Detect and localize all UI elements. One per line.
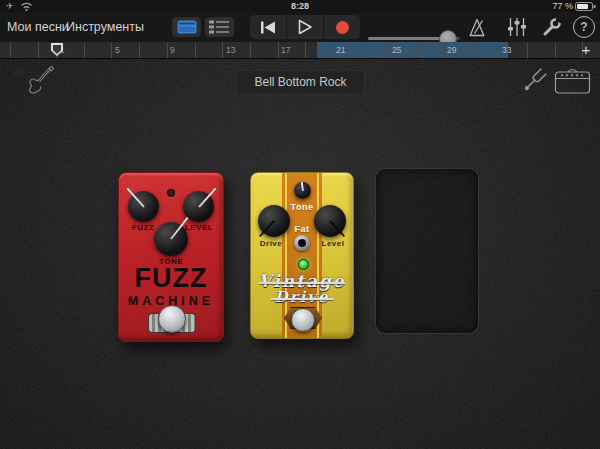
pedalboard-stage: Bell Bottom Rock (0, 59, 600, 449)
mixer-icon (506, 16, 528, 38)
vd-fat-label: Fat (251, 224, 353, 234)
play-button[interactable] (287, 15, 324, 39)
pedal-logo-line2: Drive (251, 288, 353, 306)
bar-number: 13 (226, 45, 235, 55)
bar-number: 29 (447, 45, 456, 55)
tracks-view-icon (209, 20, 230, 34)
guitar-icon (26, 64, 58, 100)
pedal-fuzz-machine[interactable]: FUZZ LEVEL TONE FUZZ MACHINE (118, 172, 224, 342)
record-icon (336, 21, 349, 34)
vd-drive-label: Drive (251, 239, 291, 248)
empty-pedal-slot[interactable] (375, 168, 479, 334)
tuning-fork-icon (521, 65, 549, 95)
amp-icon (554, 66, 591, 95)
fuzz-knob-label: FUZZ (121, 223, 165, 232)
rewind-icon (260, 21, 276, 34)
level-knob-label: LEVEL (177, 223, 221, 232)
rewind-button[interactable] (250, 15, 287, 39)
metronome-button[interactable] (466, 17, 488, 38)
tuner-button[interactable] (521, 65, 549, 95)
song-settings-button[interactable] (541, 16, 563, 38)
status-bar: ✈ 8:28 77 % (0, 0, 600, 12)
my-songs-button[interactable]: Мои песни (7, 20, 69, 34)
bar-number: 17 (281, 45, 290, 55)
fuzz-footswitch[interactable] (158, 305, 186, 333)
vd-footswitch[interactable] (291, 308, 315, 332)
tracks-view-button[interactable] (205, 17, 234, 37)
vd-tone-knob[interactable] (294, 182, 311, 199)
battery-icon (575, 2, 596, 11)
clock: 8:28 (0, 1, 600, 11)
bar-ruler[interactable]: 1 5 9 13 17 21 25 29 33 + (0, 42, 600, 59)
instruments-button[interactable]: Инструменты (66, 20, 144, 34)
bar-number: 5 (115, 45, 120, 55)
wrench-icon (541, 16, 563, 38)
vd-power-led (298, 259, 309, 270)
pedal-vintage-drive[interactable]: Tone Fat Drive Level Vintage Drive (250, 172, 354, 339)
add-bars-button[interactable]: + (576, 42, 596, 58)
amp-select-button[interactable] (554, 66, 591, 95)
play-icon (297, 19, 313, 35)
preset-name-button[interactable]: Bell Bottom Rock (236, 70, 365, 95)
transport-controls (250, 15, 360, 39)
input-settings-button[interactable] (26, 64, 58, 100)
help-icon: ? (580, 20, 587, 34)
bar-number: 33 (502, 45, 511, 55)
battery-percent: 77 % (552, 1, 573, 11)
input-level-led (13, 67, 24, 78)
amp-view-icon (177, 20, 197, 34)
fuzz-led (167, 189, 175, 197)
pedal-title: FUZZ (119, 263, 223, 294)
bar-number: 9 (170, 45, 175, 55)
metronome-icon (466, 17, 488, 38)
amp-view-button[interactable] (172, 17, 201, 37)
fuzz-knob[interactable] (128, 191, 159, 222)
vd-fat-switch[interactable] (294, 235, 310, 251)
garageband-app: ✈ 8:28 77 % Мои песни Инструменты (0, 0, 600, 449)
main-toolbar: Мои песни Инструменты (0, 12, 600, 42)
mixer-button[interactable] (506, 16, 528, 38)
help-button[interactable]: ? (573, 16, 595, 38)
record-button[interactable] (324, 15, 360, 39)
bar-number: 21 (336, 45, 345, 55)
bar-number: 25 (392, 45, 401, 55)
vd-level-label: Level (313, 239, 353, 248)
